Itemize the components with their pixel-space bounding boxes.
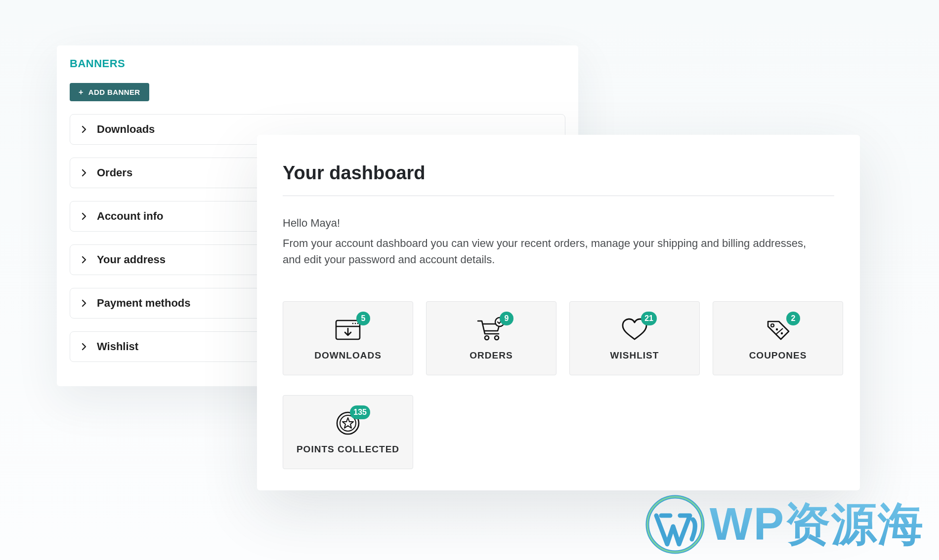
accordion-item-label: Wishlist: [97, 340, 138, 353]
card-coupones[interactable]: 2 COUPONES: [713, 301, 843, 375]
add-banner-button[interactable]: + ADD BANNER: [70, 83, 149, 101]
card-points-collected[interactable]: 135 POINTS COLLECTED: [283, 395, 413, 469]
card-wishlist[interactable]: 21 WISHLIST: [569, 301, 700, 375]
download-box-icon: 5: [331, 316, 365, 343]
plus-icon: +: [79, 88, 84, 96]
svg-point-3: [355, 323, 356, 324]
chevron-right-icon: [80, 212, 88, 220]
add-banner-label: ADD BANNER: [88, 88, 140, 96]
card-downloads[interactable]: 5 DOWNLOADS: [283, 301, 413, 375]
svg-point-10: [781, 332, 783, 334]
card-orders[interactable]: 9 ORDERS: [426, 301, 556, 375]
heart-icon: 21: [617, 316, 652, 343]
accordion-item-label: Orders: [97, 166, 132, 179]
accordion-item-label: Account info: [97, 210, 163, 223]
accordion-item-label: Downloads: [97, 123, 155, 136]
tag-percent-icon: 2: [761, 316, 795, 343]
dashboard-title: Your dashboard: [283, 162, 834, 196]
svg-point-5: [485, 336, 489, 340]
card-badge: 21: [641, 312, 657, 325]
chevron-right-icon: [80, 125, 88, 133]
card-badge: 5: [356, 312, 370, 325]
chevron-right-icon: [80, 343, 88, 351]
card-label: POINTS COLLECTED: [297, 444, 399, 455]
wordpress-logo-icon: [645, 495, 705, 554]
svg-point-8: [771, 324, 774, 327]
card-label: COUPONES: [749, 350, 807, 361]
dashboard-greeting: Hello Maya!: [283, 215, 834, 231]
card-label: DOWNLOADS: [314, 350, 382, 361]
card-badge: 135: [350, 405, 370, 419]
accordion-item-label: Payment methods: [97, 297, 191, 310]
dashboard-panel: Your dashboard Hello Maya! From your acc…: [257, 135, 860, 490]
cart-check-icon: 9: [474, 316, 509, 343]
svg-point-2: [352, 323, 354, 324]
card-label: ORDERS: [470, 350, 512, 361]
svg-point-9: [776, 328, 778, 330]
watermark: WP资源海: [645, 494, 924, 555]
accordion-item-label: Your address: [97, 253, 166, 266]
svg-point-6: [495, 336, 499, 340]
dashboard-card-grid: 5 DOWNLOADS 9 ORDERS: [283, 301, 834, 469]
card-badge: 9: [500, 312, 513, 325]
star-badge-icon: 135: [331, 409, 365, 437]
card-label: WISHLIST: [610, 350, 659, 361]
banners-title: BANNERS: [70, 57, 565, 70]
watermark-text: WP资源海: [710, 494, 924, 555]
card-badge: 2: [786, 312, 800, 325]
chevron-right-icon: [80, 169, 88, 177]
chevron-right-icon: [80, 299, 88, 307]
chevron-right-icon: [80, 256, 88, 264]
dashboard-intro: From your account dashboard you can view…: [283, 235, 816, 268]
